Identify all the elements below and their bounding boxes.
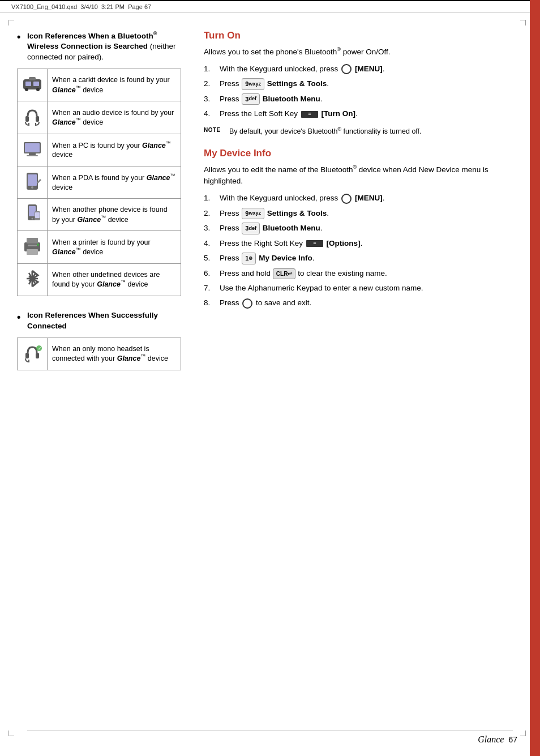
turn-on-note: NOTE By default, your device's Bluetooth…	[204, 126, 523, 137]
svg-rect-23	[28, 245, 37, 246]
table-row: When a PDA is found by your Glance™ devi…	[18, 166, 181, 198]
step-mdi-8: 8. Press to save and exit.	[204, 297, 523, 309]
pda-icon-cell	[18, 166, 48, 198]
table-row: When a PC is found by your Glance™ devic…	[18, 134, 181, 166]
undefined-icon-cell	[18, 263, 48, 296]
save-key	[242, 298, 252, 309]
turn-on-steps: 1. With the Keyguard unlocked, press [ME…	[204, 63, 523, 120]
left-softkey-icon	[301, 111, 318, 118]
table-row: When a carkit device is found by your Gl…	[18, 69, 181, 101]
page-header: VX7100_Eng_0410.qxd 3/4/10 3:21 PM Page …	[0, 0, 540, 13]
svg-point-24	[37, 244, 39, 246]
svg-rect-26	[36, 353, 39, 358]
step-mdi-1: 1. With the Keyguard unlocked, press [ME…	[204, 193, 523, 204]
table-row: When other undefined devices are found b…	[18, 263, 181, 296]
left-column: Icon References When a Bluetooth® Wirele…	[17, 30, 187, 385]
svg-rect-1	[25, 82, 31, 86]
turn-on-heading: Turn On	[204, 30, 523, 41]
svg-rect-10	[29, 153, 36, 155]
svg-point-4	[36, 88, 40, 91]
table-row: ✓ When an only mono headset is connected…	[18, 338, 181, 370]
phone-desc: When another phone device is found by yo…	[48, 199, 181, 231]
table-row: When an audio device is found by your Gl…	[18, 101, 181, 134]
right-column: Turn On Allows you to set the phone's Bl…	[198, 30, 523, 385]
key-1: 1⚙	[242, 253, 256, 264]
printer-desc: When a printer is found by your Glance™ …	[48, 231, 181, 263]
pc-desc: When a PC is found by your Glance™ devic…	[48, 134, 181, 166]
right-softkey-icon	[306, 240, 323, 247]
pda-icon	[21, 170, 44, 193]
step-3: 3. Press 3def Bluetooth Menu.	[204, 93, 523, 105]
step-2: 2. Press 9wxyz Settings & Tools.	[204, 78, 523, 90]
svg-rect-11	[27, 155, 38, 156]
menu-key-2	[341, 194, 352, 204]
corner-mark-tr	[520, 20, 526, 25]
section2-title: Icon References When Successfully Connec…	[17, 310, 181, 332]
printer-icon-cell	[18, 231, 48, 263]
svg-rect-5	[29, 77, 36, 80]
headset-connected-icon: ✓	[21, 341, 44, 364]
footer-brand: Glance	[478, 734, 504, 745]
icon-reference-table-connected: ✓ When an only mono headset is connected…	[17, 338, 181, 370]
svg-point-17	[32, 218, 33, 220]
header-filename: VX7100_Eng_0410.qxd	[11, 3, 77, 10]
footer-page-num: 67	[508, 735, 517, 744]
phone-icon-cell	[18, 199, 48, 231]
step-mdi-7: 7. Use the Alphanumeric Keypad to enter …	[204, 283, 523, 294]
step-4: 4. Press the Left Soft Key [Turn On].	[204, 108, 523, 119]
section1-title: Icon References When a Bluetooth® Wirele…	[17, 30, 181, 63]
undefined-desc: When other undefined devices are found b…	[48, 263, 181, 296]
svg-text:✓: ✓	[38, 347, 41, 351]
header-time: 3:21 PM	[101, 3, 125, 10]
svg-rect-19	[35, 212, 40, 218]
clr-key: CLR↵	[273, 268, 296, 279]
svg-point-14	[31, 186, 33, 189]
svg-rect-13	[28, 174, 37, 186]
header-page-label: Page	[128, 3, 143, 10]
audio-icon-cell	[18, 101, 48, 134]
step-mdi-4: 4. Press the Right Soft Key [Options].	[204, 238, 523, 249]
page-footer: Glance 67	[478, 734, 517, 745]
svg-rect-9	[25, 143, 40, 152]
step-mdi-6: 6. Press and hold CLR↵ to clear the exis…	[204, 268, 523, 279]
table-row: When another phone device is found by yo…	[18, 199, 181, 231]
right-accent-bar	[530, 0, 540, 756]
carkit-desc: When a carkit device is found by your Gl…	[48, 69, 181, 101]
printer-icon	[21, 234, 44, 257]
step-mdi-5: 5. Press 1⚙ My Device Info.	[204, 253, 523, 264]
my-device-info-heading: My Device Info	[204, 148, 523, 159]
audio-desc: When an audio device is found by your Gl…	[48, 101, 181, 134]
note-label: NOTE	[204, 126, 224, 137]
phone-icon	[21, 202, 44, 225]
key-9wxyz-2: 9wxyz	[242, 208, 264, 220]
carkit-icon-cell	[18, 69, 48, 101]
svg-rect-2	[33, 82, 39, 86]
headset-icon-cell: ✓	[18, 338, 48, 370]
pc-icon-cell	[18, 134, 48, 166]
table-row: When a printer is found by your Glance™ …	[18, 231, 181, 263]
corner-mark-tl	[8, 20, 14, 25]
svg-rect-22	[27, 249, 38, 255]
header-page-num: 67	[144, 3, 151, 10]
corner-mark-br	[520, 731, 526, 736]
menu-key-1	[341, 64, 352, 74]
my-device-steps: 1. With the Keyguard unlocked, press [ME…	[204, 193, 523, 309]
footer-divider	[27, 730, 513, 731]
note-text: By default, your device's Bluetooth® fun…	[229, 126, 422, 137]
step-mdi-3: 3. Press 3def Bluetooth Menu.	[204, 223, 523, 234]
svg-point-3	[25, 88, 28, 91]
step-mdi-2: 2. Press 9wxyz Settings & Tools.	[204, 208, 523, 220]
headset-desc: When an only mono headset is connected w…	[48, 338, 181, 370]
svg-rect-25	[25, 353, 29, 358]
audio-icon	[21, 105, 44, 127]
svg-rect-6	[25, 116, 29, 122]
step-1: 1. With the Keyguard unlocked, press [ME…	[204, 63, 523, 75]
pda-desc: When a PDA is found by your Glance™ devi…	[48, 166, 181, 198]
pc-icon	[21, 138, 44, 160]
turn-on-description: Allows you to set the phone's Bluetooth®…	[204, 46, 523, 58]
svg-rect-7	[36, 116, 39, 122]
carkit-icon	[21, 72, 44, 95]
key-3def-2: 3def	[242, 223, 260, 234]
key-9wxyz: 9wxyz	[242, 78, 264, 90]
corner-mark-bl	[8, 731, 14, 736]
